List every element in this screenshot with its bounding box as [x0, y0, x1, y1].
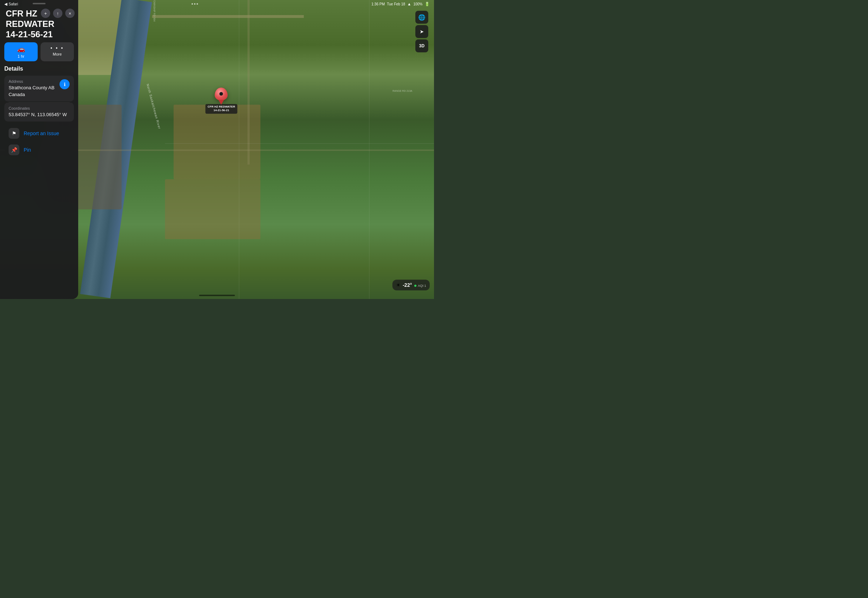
date-display: Tue Feb 18 [387, 2, 405, 6]
add-button[interactable]: + [41, 9, 50, 18]
pin-label-text: Pin [24, 147, 31, 153]
3d-button[interactable]: 3D [415, 39, 428, 52]
pin-item[interactable]: 📌 Pin [4, 142, 74, 158]
pin-label: CFR HZ REDWATER 14-21-56-21 [205, 104, 238, 114]
map-grid-line-h1 [165, 144, 434, 144]
header-buttons: + ↑ × [41, 9, 75, 18]
location-button[interactable]: ➤ [415, 25, 428, 38]
pin-circle [215, 87, 228, 100]
3d-label: 3D [419, 43, 424, 48]
directions-button[interactable]: 🚗 1 hr [4, 42, 37, 61]
aqi-display: AQI 1 [414, 282, 426, 288]
location-pin[interactable]: CFR HZ REDWATER 14-21-56-21 [205, 87, 238, 114]
flag-icon: ⚑ [12, 130, 16, 136]
address-line1: Strathcona County AB [9, 85, 54, 91]
map-grid-line-v2 [369, 0, 370, 299]
status-dot-2 [194, 3, 196, 4]
aqi-dot [414, 285, 416, 287]
pin-marker [215, 87, 228, 103]
more-label: More [53, 52, 62, 56]
pin-icon: 📌 [11, 147, 17, 153]
status-right: 1:36 PM Tue Feb 18 ▲ 100% 🔋 [371, 2, 430, 6]
globe-button[interactable]: 🌐 [415, 11, 428, 24]
temperature-display: -22° [403, 282, 412, 288]
battery-icon: 🔋 [425, 2, 430, 6]
side-panel: CFR HZ REDWATER 14-21-56-21 + ↑ × 🚗 1 hr… [0, 0, 78, 299]
aqi-label: AQI 1 [418, 284, 426, 287]
map-grid-line-v1 [239, 0, 239, 299]
time-display: 1:36 PM [371, 2, 385, 6]
map-field-brown2 [165, 179, 260, 239]
details-section: Details Address Strathcona County AB Can… [0, 66, 78, 299]
car-icon: 🚗 [17, 45, 25, 53]
battery-percent: 100% [413, 2, 422, 6]
coordinates-label: Coordinates [9, 106, 70, 111]
weather-sun-icon: ☀ [396, 282, 401, 288]
map-controls: 🌐 ➤ 3D [415, 11, 428, 52]
coordinates-card: Coordinates 53.84537° N, 113.06545° W [4, 103, 74, 121]
wifi-icon: ▲ [407, 2, 412, 6]
details-heading: Details [4, 66, 74, 72]
status-dot-1 [192, 3, 193, 4]
info-icon: ℹ [64, 82, 66, 87]
report-issue-item[interactable]: ⚑ Report an Issue [4, 125, 74, 142]
status-bar: ◀ Safari 1:36 PM Tue Feb 18 ▲ 100% 🔋 [0, 0, 434, 8]
weather-widget[interactable]: ☀ -22° AQI 1 [392, 280, 430, 290]
river-label: North Saskatchewan River [146, 84, 162, 130]
pin-dot [220, 92, 223, 96]
status-dot-3 [196, 3, 198, 4]
address-label: Address [9, 79, 54, 84]
globe-icon: 🌐 [418, 14, 425, 21]
address-line2: Canada [9, 91, 54, 98]
address-content: Address Strathcona County AB Canada [9, 79, 54, 97]
maps-info-button[interactable]: ℹ [60, 79, 70, 89]
report-issue-label: Report an Issue [24, 130, 59, 136]
coordinates-value: 53.84537° N, 113.06545° W [9, 112, 70, 118]
range-road-label: RANGE RD 213A [392, 90, 412, 92]
report-issue-icon: ⚑ [9, 128, 19, 139]
map-road-3 [247, 0, 250, 164]
directions-label: 1 hr [18, 54, 24, 58]
status-center [192, 3, 198, 4]
close-button[interactable]: × [65, 9, 75, 18]
more-dots-icon: • • • [51, 45, 64, 51]
app-name: Safari [9, 2, 18, 6]
status-left: ◀ Safari [4, 2, 18, 6]
map-road-1 [152, 15, 304, 18]
home-indicator[interactable] [199, 295, 235, 296]
location-arrow-icon: ➤ [420, 29, 424, 34]
pin-item-icon: 📌 [9, 145, 19, 155]
more-button[interactable]: • • • More [40, 42, 74, 61]
address-row: Address Strathcona County AB Canada ℹ [9, 79, 70, 97]
panel-header: CFR HZ REDWATER 14-21-56-21 + ↑ × [0, 4, 78, 42]
share-button[interactable]: ↑ [53, 9, 63, 18]
action-buttons-row: 🚗 1 hr • • • More [0, 42, 78, 61]
address-card: Address Strathcona County AB Canada ℹ [4, 76, 74, 101]
back-arrow[interactable]: ◀ [4, 2, 7, 6]
